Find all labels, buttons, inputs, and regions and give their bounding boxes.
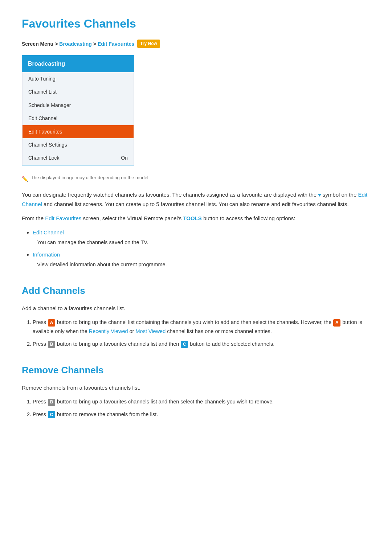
breadcrumb-sep2: > xyxy=(93,40,96,48)
menu-header: Broadcasting xyxy=(22,56,134,72)
breadcrumb-broadcasting[interactable]: Broadcasting xyxy=(59,40,91,48)
tools-option-information: Information View detailed information ab… xyxy=(33,250,370,269)
remove-channels-step-1: Press B button to bring up a favourites … xyxy=(33,397,370,406)
menu-item-auto-tuning[interactable]: Auto Tuning xyxy=(23,72,134,85)
edit-channel-link-1[interactable]: Edit Channel xyxy=(22,192,367,207)
button-a-1: A xyxy=(48,319,55,327)
breadcrumb-edit-favourites[interactable]: Edit Favourites xyxy=(98,40,134,48)
button-b-1: B xyxy=(48,341,55,348)
remove-channels-steps: Press B button to bring up a favourites … xyxy=(22,397,370,419)
edit-channel-description: You can manage the channels saved on the… xyxy=(33,238,370,247)
menu-item-channel-settings[interactable]: Channel Settings xyxy=(23,138,134,151)
menu-item-edit-favourites[interactable]: Edit Favourites xyxy=(23,125,134,138)
menu-item-channel-lock-label: Channel Lock xyxy=(28,154,60,162)
edit-channel-option-link[interactable]: Edit Channel xyxy=(33,229,64,235)
note-text: The displayed image may differ depending… xyxy=(31,174,150,182)
add-channels-steps: Press A button to bring up the channel l… xyxy=(22,318,370,348)
button-c-2: C xyxy=(48,411,55,418)
menu-item-schedule-manager[interactable]: Schedule Manager xyxy=(23,99,134,112)
try-now-badge[interactable]: Try Now xyxy=(137,40,160,48)
note-row: ✏️ The displayed image may differ depend… xyxy=(22,174,370,183)
menu-item-edit-channel[interactable]: Edit Channel xyxy=(23,112,134,125)
menu-item-channel-list[interactable]: Channel List xyxy=(23,85,134,98)
menu-body: Auto Tuning Channel List Schedule Manage… xyxy=(22,72,134,165)
tools-option-edit-channel: Edit Channel You can manage the channels… xyxy=(33,228,370,247)
menu-item-channel-lock[interactable]: Channel Lock On xyxy=(23,151,134,164)
pencil-icon: ✏️ xyxy=(22,175,28,183)
broadcasting-menu: Broadcasting Auto Tuning Channel List Sc… xyxy=(22,55,134,165)
recently-viewed-link[interactable]: Recently Viewed xyxy=(89,328,128,334)
button-b-2: B xyxy=(48,399,55,406)
breadcrumb-screen-menu: Screen Menu xyxy=(22,40,53,48)
tools-link[interactable]: TOOLS xyxy=(183,215,201,221)
information-option-link[interactable]: Information xyxy=(33,251,60,258)
heart-symbol: ♥ xyxy=(318,192,321,198)
edit-favourites-link[interactable]: Edit Favourites xyxy=(45,215,81,221)
button-a-2: A xyxy=(333,319,340,327)
information-description: View detailed information about the curr… xyxy=(33,260,370,269)
breadcrumb: Screen Menu > Broadcasting > Edit Favour… xyxy=(22,40,370,48)
intro-paragraph-2: From the Edit Favourites screen, select … xyxy=(22,214,370,223)
page-title: Favourites Channels xyxy=(22,15,370,33)
button-c-1: C xyxy=(181,341,188,348)
add-channels-title: Add Channels xyxy=(22,283,370,299)
remove-channels-intro: Remove channels from a favourites channe… xyxy=(22,383,370,393)
remove-channels-title: Remove Channels xyxy=(22,363,370,378)
tools-options-list: Edit Channel You can manage the channels… xyxy=(22,228,370,269)
add-channels-step-2: Press B button to bring up a favourites … xyxy=(33,340,370,349)
remove-channels-step-2: Press C button to remove the channels fr… xyxy=(33,410,370,419)
intro-paragraph-1: You can designate frequently watched cha… xyxy=(22,190,370,209)
breadcrumb-sep1: > xyxy=(55,40,58,48)
add-channels-intro: Add a channel to a favourites channels l… xyxy=(22,304,370,313)
add-channels-step-1: Press A button to bring up the channel l… xyxy=(33,318,370,336)
most-viewed-link[interactable]: Most Viewed xyxy=(135,328,166,334)
menu-item-channel-lock-value: On xyxy=(121,154,128,162)
